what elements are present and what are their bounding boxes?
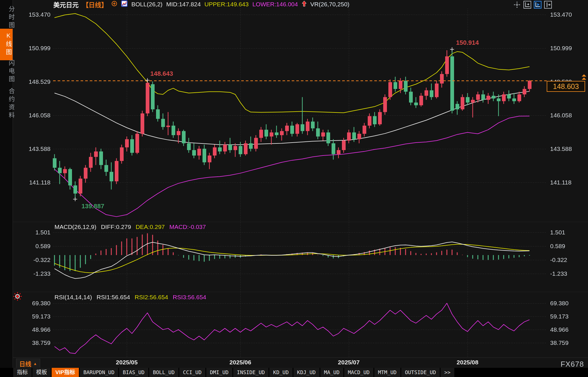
tab-outside-ud[interactable]: OUTSIDE_UD [401,368,440,377]
rsi-tick-left-3: 38.759 [13,340,50,346]
indicator-tabbar: 指标 模板 VIP指标 BARUPDN_UD BIAS_UD BOLL_UD C… [0,368,588,377]
rsi-tick-left-1: 59.173 [13,313,50,320]
price-tick-right-1: 150.999 [550,45,587,51]
xaxis-separator [13,357,588,358]
tab-more[interactable]: >> [441,368,454,377]
high-annotation-may: 148.643 [150,70,173,77]
auto-scroll-play-icon[interactable] [534,1,542,9]
chart-header: 美元日元 【日线】 BOLL(26,2) MID:147.824 UPPER:1… [53,0,349,8]
rsi3-value: RSI3:56.654 [173,294,206,301]
price-tick-right-5: 141.118 [550,179,587,186]
price-tick-right-3: 146.058 [550,112,587,118]
indicator-chart-icon[interactable] [121,0,128,8]
triangle-up-icon: ▲ [33,362,37,366]
price-tick-left-5: 141.118 [13,179,50,186]
macd-tick-left-3: -1.233 [13,271,50,277]
price-tick-left-2: 148.529 [13,79,50,85]
tab-inside-ud[interactable]: INSIDE_UD [233,368,269,377]
macd-tick-right-1: 0.589 [550,243,587,249]
trading-app: { "sidebar": { "items": [ {"label": "分时图… [0,0,588,377]
tab-mtm-ud[interactable]: MTM_UD [374,368,400,377]
high-annotation-aug: 150.914 [456,39,479,46]
price-tick-left-3: 146.058 [13,112,50,118]
macd-diff-value: DIFF:0.279 [101,224,131,230]
month-label-jul: 2025/07 [338,359,360,366]
arrow-up-icon [302,1,307,8]
rsi-tick-right-0: 69.380 [550,300,587,306]
vr-label: VR(26,70,250) [310,1,350,8]
price-tick-right-4: 143.588 [550,146,587,152]
boll-lower: LOWER:146.004 [252,1,298,8]
tab-kdj-ud[interactable]: KDJ_UD [293,368,320,377]
tab-bias-ud[interactable]: BIAS_UD [119,368,148,377]
brand-watermark: FX678 [560,360,584,369]
rsi-title: RSI(14,14,14) [54,294,92,301]
tab-vip-indicators[interactable]: VIP指标 [52,368,79,377]
macd-dea-value: DEA:0.297 [136,224,165,230]
sidebar-item-kline-chart[interactable]: K线图 [0,29,13,60]
tab-ma-ud[interactable]: MA_UD [320,368,343,377]
month-label-aug: 2025/08 [457,359,478,366]
macd-value: MACD:-0.037 [170,224,206,230]
macd-tick-left-1: 0.589 [13,243,50,249]
price-tick-left-4: 143.588 [13,146,50,152]
macd-tick-right-2: -0.322 [550,257,587,263]
tab-boll-ud[interactable]: BOLL_UD [149,368,178,377]
tab-indicators[interactable]: 指标 [13,368,32,377]
sidebar-item-contract-info[interactable]: 合约资料 [3,88,15,120]
rsi1-value: RSI1:56.654 [97,294,130,301]
macd-title: MACD(26,12,9) [54,224,96,230]
boll-name: BOLL(26,2) [131,1,163,8]
rsi-tick-right-3: 38.759 [550,340,587,346]
sidebar-item-time-chart[interactable]: 分时图 [3,6,15,30]
left-sidebar: 分时图 K线图 闪电图 合约资料 [0,0,13,377]
tab-dmi-ud[interactable]: DMI_UD [206,368,232,377]
macd-tick-right-3: -1.233 [550,271,587,277]
period-selector[interactable]: 日线 ▲ [16,359,40,368]
fit-horizontal-icon[interactable] [523,1,531,9]
period-tag: 【日线】 [82,0,108,9]
rsi-tick-right-2: 48.966 [550,327,587,333]
tab-macd-ud[interactable]: MACD_UD [344,368,373,377]
alert-burst-icon[interactable] [13,292,22,302]
tab-templates[interactable]: 模板 [32,368,51,377]
sidebar-item-flash-chart[interactable]: 闪电图 [3,60,15,84]
macd-header: MACD(26,12,9) DIFF:0.279 DEA:0.297 MACD:… [54,224,206,230]
add-circle-icon[interactable] [111,1,117,8]
tab-cci-ud[interactable]: CCI_UD [179,368,205,377]
chart-toolbar [513,1,552,9]
macd-tick-left-0: 1.501 [13,229,50,236]
axis-collapse-icon[interactable] [544,1,552,9]
low-annotation-apr: 139.887 [81,203,104,210]
symbol-title: 美元日元 [53,0,79,9]
boll-mid: MID:147.824 [166,1,201,8]
macd-tick-left-2: -0.322 [13,257,50,263]
tab-kd-ud[interactable]: KD_UD [269,368,292,377]
price-tick-right-0: 153.470 [550,11,587,18]
macd-tick-right-0: 1.501 [550,229,587,236]
double-up-arrow-icon[interactable] [581,74,587,82]
rsi-tick-left-2: 48.966 [13,327,50,333]
chart-canvas[interactable] [0,0,588,377]
last-price-box: 148.603 [547,81,585,92]
boll-upper: UPPER:149.643 [205,1,249,8]
price-tick-left-0: 153.470 [13,11,50,18]
month-label-jun: 2025/06 [229,359,251,366]
rsi-tick-right-1: 59.173 [550,313,587,320]
period-selector-label: 日线 [19,359,31,368]
month-label-may: 2025/05 [116,359,138,366]
rsi-header: RSI(14,14,14) RSI1:56.654 RSI2:56.654 RS… [54,294,206,301]
crosshair-move-icon[interactable] [513,1,521,9]
price-tick-left-1: 150.999 [13,45,50,51]
rsi2-value: RSI2:56.654 [135,294,168,301]
tab-barupdn-ud[interactable]: BARUPDN_UD [80,368,118,377]
